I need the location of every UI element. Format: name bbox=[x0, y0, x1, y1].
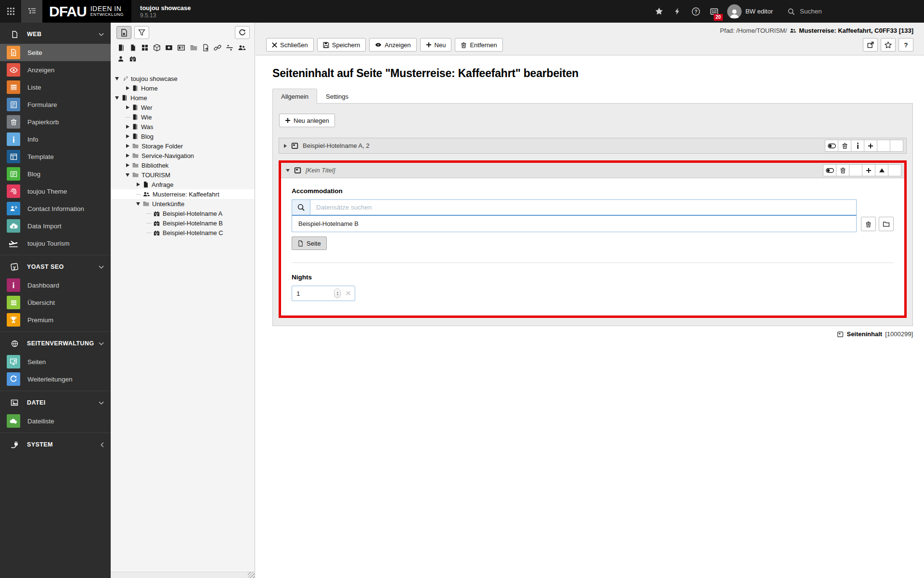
filter-button[interactable] bbox=[134, 26, 149, 39]
info-button[interactable] bbox=[851, 140, 864, 152]
drag-page-plain-icon[interactable] bbox=[129, 44, 137, 52]
expand-icon[interactable] bbox=[124, 154, 131, 158]
save-button[interactable]: Speichern bbox=[317, 38, 366, 52]
sidebar-item-dashboard[interactable]: Dashboard bbox=[0, 276, 111, 294]
section-header-datei[interactable]: DATEI bbox=[0, 393, 111, 412]
pagetree-toggle-button[interactable] bbox=[21, 0, 42, 23]
expand-icon[interactable] bbox=[124, 134, 131, 138]
tree-node[interactable]: Storage Folder bbox=[111, 141, 255, 151]
expand-icon[interactable] bbox=[124, 86, 131, 90]
resize-grip[interactable] bbox=[248, 572, 255, 578]
panel-header[interactable]: Beispiel-Hotelname A, 2 bbox=[279, 138, 906, 153]
drag-backend-layout-icon[interactable] bbox=[141, 44, 149, 52]
sidebar-item-seiten[interactable]: Seiten bbox=[0, 353, 111, 370]
section-header-system[interactable]: SYSTEM bbox=[0, 435, 111, 454]
clear-value-icon[interactable]: ✕ bbox=[345, 289, 351, 298]
bookmark-button[interactable] bbox=[881, 38, 896, 52]
sidebar-item-data-import[interactable]: Data Import bbox=[0, 217, 111, 235]
tree-node[interactable]: Beispiel-Hotelname C bbox=[111, 228, 255, 237]
pagetree-scrollbar[interactable] bbox=[111, 572, 255, 578]
panel-header[interactable]: [Kein Titel] bbox=[281, 163, 904, 178]
create-new-button[interactable]: Neu anlegen bbox=[279, 114, 335, 127]
expand-icon[interactable] bbox=[114, 96, 120, 100]
drag-record-card-icon[interactable] bbox=[177, 44, 185, 52]
caret-down-icon[interactable] bbox=[286, 169, 290, 172]
tree-node[interactable]: Beispiel-Hotelname A bbox=[111, 209, 255, 218]
tree-node-root[interactable]: toujou showcase bbox=[111, 74, 255, 83]
sidebar-item-weiterleitungen[interactable]: Weiterleitungen bbox=[0, 370, 111, 388]
tree-node[interactable]: Beispiel-Hotelname B bbox=[111, 218, 255, 228]
drag-content-box-icon[interactable] bbox=[153, 44, 161, 52]
nights-input[interactable] bbox=[296, 290, 321, 297]
expand-icon[interactable] bbox=[124, 125, 131, 129]
sidebar-item-seite[interactable]: Seite bbox=[0, 44, 111, 61]
drag-link-icon[interactable] bbox=[214, 44, 221, 52]
new-button[interactable]: Neu bbox=[420, 38, 452, 52]
tree-node[interactable]: Service-Navigation bbox=[111, 151, 255, 160]
drag-page-external-icon[interactable] bbox=[202, 44, 209, 52]
sidebar-item-liste[interactable]: Liste bbox=[0, 79, 111, 96]
sidebar-item-uebersicht[interactable]: Übersicht bbox=[0, 294, 111, 311]
drag-hotel-record-icon[interactable] bbox=[129, 55, 137, 62]
expand-icon[interactable] bbox=[124, 105, 131, 109]
sidebar-item-info[interactable]: Info bbox=[0, 131, 111, 148]
help-button[interactable]: ? bbox=[898, 38, 913, 52]
tree-node[interactable]: Wer bbox=[111, 103, 255, 112]
modules-grid-button[interactable] bbox=[0, 0, 21, 23]
caret-right-icon[interactable] bbox=[284, 144, 287, 148]
accommodation-search-input[interactable] bbox=[310, 200, 856, 215]
drag-userfolder-icon[interactable] bbox=[238, 44, 246, 52]
visibility-toggle-button[interactable] bbox=[825, 140, 838, 152]
open-in-window-button[interactable] bbox=[863, 38, 878, 52]
tree-node[interactable]: Was bbox=[111, 122, 255, 131]
browse-pages-button[interactable]: Seite bbox=[292, 236, 327, 250]
tree-node[interactable]: Anfrage bbox=[111, 180, 255, 189]
tree-node[interactable]: Unterkünfte bbox=[111, 199, 255, 209]
number-spinner[interactable]: ▲▼ bbox=[334, 289, 341, 298]
browse-records-button[interactable] bbox=[879, 217, 894, 231]
drag-folder-icon[interactable] bbox=[190, 44, 198, 52]
section-header-seitenverwaltung[interactable]: SEITENVERWALTUNG bbox=[0, 334, 111, 353]
tree-node[interactable]: Blog bbox=[111, 131, 255, 141]
tab-settings[interactable]: Settings bbox=[317, 89, 357, 104]
tree-node[interactable]: Wie bbox=[111, 112, 255, 122]
tree-node[interactable]: Home bbox=[111, 93, 255, 103]
expand-icon[interactable] bbox=[114, 77, 120, 80]
move-up-button[interactable] bbox=[875, 164, 888, 176]
visibility-toggle-button[interactable] bbox=[823, 164, 836, 176]
drag-bookmark-plate-icon[interactable] bbox=[165, 44, 173, 52]
section-header-web[interactable]: WEB bbox=[0, 25, 111, 44]
sidebar-item-contact-information[interactable]: Contact Information bbox=[0, 200, 111, 217]
sidebar-item-blog[interactable]: Blog bbox=[0, 165, 111, 183]
tab-allgemein[interactable]: Allgemein bbox=[272, 89, 317, 104]
sidebar-item-toujou-theme[interactable]: toujou Theme bbox=[0, 183, 111, 200]
notifications-button[interactable]: 20 bbox=[705, 0, 723, 23]
sidebar-item-toujou-tourism[interactable]: toujou Tourism bbox=[0, 235, 111, 252]
tree-node[interactable]: TOURISM bbox=[111, 170, 255, 180]
sidebar-item-formulare[interactable]: Formulare bbox=[0, 96, 111, 113]
sidebar-item-dateiliste[interactable]: Dateiliste bbox=[0, 412, 111, 430]
close-button[interactable]: Schließen bbox=[266, 38, 314, 52]
help-button[interactable]: ? bbox=[687, 0, 705, 23]
view-button[interactable]: Anzeigen bbox=[369, 38, 416, 52]
expand-icon[interactable] bbox=[135, 183, 141, 186]
sidebar-item-premium[interactable]: Premium bbox=[0, 311, 111, 328]
refresh-button[interactable] bbox=[235, 26, 250, 39]
sidebar-item-papierkorb[interactable]: Papierkorb bbox=[0, 113, 111, 131]
remove-record-button[interactable] bbox=[861, 217, 876, 231]
logo[interactable]: DFAU IDEEN IN ENTWICKLUNG bbox=[42, 0, 131, 23]
bookmark-star-button[interactable] bbox=[650, 0, 668, 23]
tree-node[interactable]: Home bbox=[111, 83, 255, 93]
selected-record-item[interactable]: Beispiel-Hotelname B bbox=[292, 216, 857, 232]
drag-divider-icon[interactable] bbox=[226, 44, 233, 52]
add-button[interactable] bbox=[864, 140, 877, 152]
user-menu[interactable]: BW editor bbox=[723, 4, 780, 19]
expand-icon[interactable] bbox=[124, 144, 131, 148]
expand-icon[interactable] bbox=[124, 163, 131, 167]
tree-node[interactable]: Bibliothek bbox=[111, 160, 255, 170]
add-button[interactable] bbox=[862, 164, 875, 176]
sidebar-item-anzeigen[interactable]: Anzeigen bbox=[0, 61, 111, 79]
drag-user-record-icon[interactable] bbox=[117, 55, 124, 62]
topbar-search[interactable]: Suchen bbox=[780, 0, 924, 23]
section-header-yoast[interactable]: y YOAST SEO bbox=[0, 257, 111, 276]
